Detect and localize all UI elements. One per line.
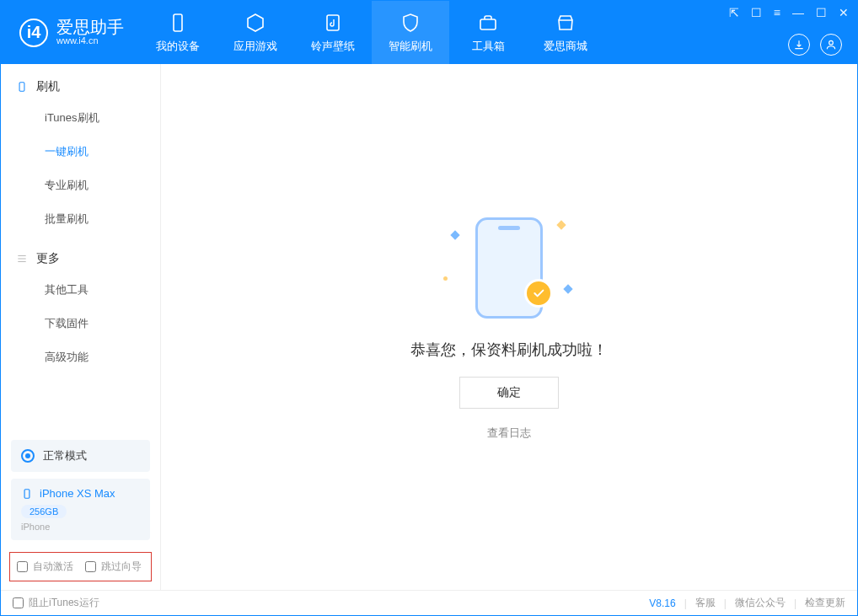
status-dot-icon bbox=[21, 449, 35, 463]
phone-icon bbox=[16, 81, 28, 93]
nav-label: 铃声壁纸 bbox=[311, 39, 355, 54]
svg-rect-2 bbox=[480, 19, 496, 29]
dot-icon bbox=[443, 276, 448, 281]
phone-icon bbox=[21, 488, 33, 500]
device-icon bbox=[167, 12, 189, 34]
sparkle-icon bbox=[563, 284, 572, 293]
nav-apps[interactable]: 应用游戏 bbox=[217, 1, 294, 64]
device-capacity: 256GB bbox=[21, 505, 67, 518]
window-controls: ⇱ ☐ ≡ — ☐ ✕ bbox=[729, 6, 849, 19]
footer: 阻止iTunes运行 V8.16 | 客服 | 微信公众号 | 检查更新 bbox=[1, 590, 857, 615]
success-message: 恭喜您，保资料刷机成功啦！ bbox=[410, 340, 608, 360]
success-check-icon bbox=[524, 279, 553, 308]
svg-rect-1 bbox=[327, 15, 339, 30]
separator: | bbox=[724, 597, 727, 609]
svg-rect-0 bbox=[174, 14, 182, 31]
sparkle-icon bbox=[450, 230, 459, 239]
nav-label: 我的设备 bbox=[156, 39, 200, 54]
store-icon bbox=[555, 12, 576, 34]
sidebar: 刷机 iTunes刷机 一键刷机 专业刷机 批量刷机 更多 其他工具 下载固件 … bbox=[1, 64, 161, 590]
nav-label: 应用游戏 bbox=[233, 39, 277, 54]
header-actions bbox=[788, 34, 842, 56]
sparkle-icon bbox=[556, 220, 566, 229]
menu-icon[interactable]: ≡ bbox=[774, 6, 780, 19]
shield-icon bbox=[400, 12, 421, 34]
nav-label: 智能刷机 bbox=[389, 39, 432, 54]
checkbox-input[interactable] bbox=[85, 561, 96, 572]
sidebar-item-itunes-flash[interactable]: iTunes刷机 bbox=[1, 101, 160, 135]
close-button[interactable]: ✕ bbox=[839, 6, 849, 19]
cube-icon bbox=[244, 12, 266, 34]
main-content: 恭喜您，保资料刷机成功啦！ 确定 查看日志 bbox=[161, 64, 857, 590]
view-log-link[interactable]: 查看日志 bbox=[487, 426, 531, 441]
app-url: www.i4.cn bbox=[56, 35, 124, 46]
sidebar-item-other-tools[interactable]: 其他工具 bbox=[1, 273, 160, 307]
device-card[interactable]: iPhone XS Max 256GB iPhone bbox=[11, 479, 150, 540]
titlebar: i4 爱思助手 www.i4.cn 我的设备 应用游戏 铃声壁纸 智能刷机 工具… bbox=[1, 1, 857, 64]
checkbox-skip-guide[interactable]: 跳过向导 bbox=[85, 560, 142, 574]
sidebar-item-pro-flash[interactable]: 专业刷机 bbox=[1, 169, 160, 202]
nav-store[interactable]: 爱思商城 bbox=[527, 1, 604, 64]
minimize-button[interactable]: — bbox=[792, 6, 804, 19]
nav-ringtones[interactable]: 铃声壁纸 bbox=[294, 1, 372, 64]
logo-icon: i4 bbox=[19, 19, 48, 47]
sidebar-item-oneclick-flash[interactable]: 一键刷机 bbox=[1, 135, 160, 169]
nav-my-device[interactable]: 我的设备 bbox=[139, 1, 217, 64]
nav-label: 工具箱 bbox=[472, 39, 505, 54]
user-button[interactable] bbox=[820, 34, 842, 56]
sidebar-group-more: 更多 bbox=[1, 236, 160, 273]
music-icon bbox=[322, 12, 344, 34]
checkbox-auto-activate[interactable]: 自动激活 bbox=[17, 560, 73, 574]
nav-flash[interactable]: 智能刷机 bbox=[372, 1, 449, 64]
support-link[interactable]: 客服 bbox=[695, 596, 716, 610]
svg-rect-5 bbox=[24, 489, 29, 498]
device-mode-status[interactable]: 正常模式 bbox=[11, 440, 150, 472]
status-label: 正常模式 bbox=[43, 448, 87, 463]
block-itunes-label: 阻止iTunes运行 bbox=[29, 596, 99, 610]
sidebar-item-advanced[interactable]: 高级功能 bbox=[1, 340, 160, 374]
group-label: 更多 bbox=[36, 251, 60, 266]
shirt-icon[interactable]: ⇱ bbox=[729, 6, 739, 19]
logo-area: i4 爱思助手 www.i4.cn bbox=[1, 1, 139, 64]
success-illustration bbox=[442, 213, 576, 323]
svg-point-3 bbox=[829, 40, 834, 45]
nav-label: 爱思商城 bbox=[544, 39, 587, 54]
separator: | bbox=[794, 597, 796, 609]
maximize-button[interactable]: ☐ bbox=[816, 6, 827, 19]
separator: | bbox=[684, 597, 687, 609]
checkbox-input[interactable] bbox=[17, 561, 28, 572]
wechat-link[interactable]: 微信公众号 bbox=[735, 596, 786, 610]
download-button[interactable] bbox=[788, 34, 810, 56]
device-type: iPhone bbox=[21, 522, 140, 532]
sidebar-item-download-firmware[interactable]: 下载固件 bbox=[1, 307, 160, 340]
check-update-link[interactable]: 检查更新 bbox=[805, 596, 845, 610]
sidebar-group-flash: 刷机 bbox=[1, 64, 160, 101]
list-icon bbox=[16, 253, 28, 265]
device-name: iPhone XS Max bbox=[40, 487, 115, 500]
nav-toolbox[interactable]: 工具箱 bbox=[449, 1, 527, 64]
group-label: 刷机 bbox=[36, 79, 60, 94]
app-name: 爱思助手 bbox=[56, 19, 124, 35]
top-nav: 我的设备 应用游戏 铃声壁纸 智能刷机 工具箱 爱思商城 bbox=[139, 1, 604, 64]
flash-options-highlighted: 自动激活 跳过向导 bbox=[9, 552, 152, 581]
version-label[interactable]: V8.16 bbox=[649, 597, 675, 609]
lock-icon[interactable]: ☐ bbox=[751, 6, 762, 19]
sidebar-item-batch-flash[interactable]: 批量刷机 bbox=[1, 202, 160, 236]
toolbox-icon bbox=[477, 12, 499, 34]
checkbox-block-itunes[interactable] bbox=[13, 597, 24, 608]
ok-button[interactable]: 确定 bbox=[459, 377, 559, 409]
svg-rect-4 bbox=[19, 83, 24, 92]
